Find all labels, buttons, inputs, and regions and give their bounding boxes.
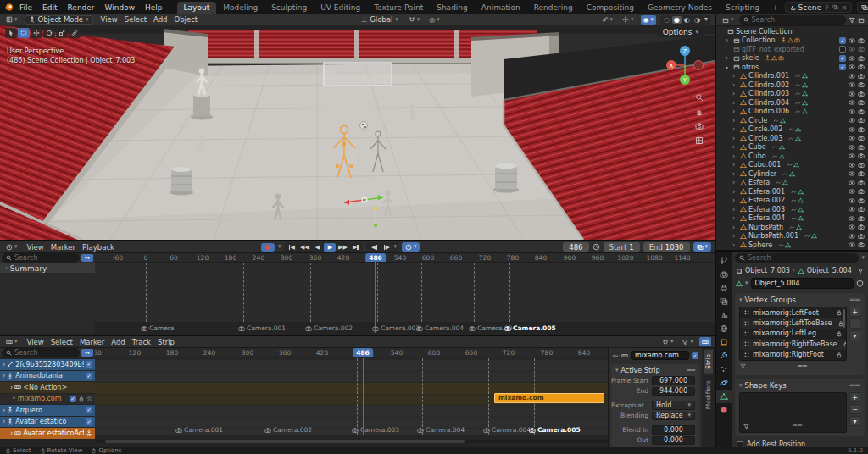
disable-render-icon[interactable] <box>858 197 865 204</box>
outliner-row[interactable]: Collection <box>716 36 868 46</box>
frame-end-field[interactable]: End1030 <box>643 242 690 252</box>
shading-dropdown-icon[interactable]: ▾ <box>703 16 709 23</box>
panel-menu-icon[interactable]: ══ <box>850 296 860 304</box>
keying-dropdown-icon[interactable]: ▾ <box>278 244 281 250</box>
disable-render-icon[interactable] <box>858 180 865 186</box>
auto-key-record-button[interactable] <box>261 243 275 252</box>
filter-toggle-button[interactable]: ↔ <box>81 254 93 262</box>
rendered-shading-icon[interactable]: ◑ <box>693 16 702 24</box>
object-data-icon[interactable] <box>716 390 732 403</box>
outliner-row[interactable]: NurbsPath.001 <box>716 232 868 241</box>
step-dropdown-icon[interactable]: ▾ <box>393 244 397 250</box>
world-icon[interactable] <box>716 322 732 335</box>
camera-marker[interactable]: Camera.004 <box>483 426 531 434</box>
outliner-row[interactable]: otros <box>716 63 868 72</box>
disable-render-icon[interactable] <box>858 144 865 151</box>
extrapolation-dropdown[interactable]: Hold▾ <box>652 401 695 410</box>
track-expand-icon[interactable] <box>10 429 13 437</box>
lock-icon[interactable] <box>843 340 847 347</box>
expand-arrow[interactable] <box>732 81 738 89</box>
expand-arrow[interactable] <box>732 90 738 97</box>
nla-menu-item[interactable]: Marker <box>76 338 108 346</box>
outliner-row[interactable]: Esfera.002 <box>716 197 868 206</box>
disable-render-icon[interactable] <box>858 46 865 53</box>
play-reverse-button[interactable]: ◀ <box>311 243 323 252</box>
toggle-perspective-icon[interactable] <box>695 136 704 145</box>
object-icon[interactable] <box>716 335 732 349</box>
current-frame-badge[interactable]: 486 <box>365 253 386 263</box>
breadcrumb-object[interactable]: Object_7.003 <box>745 267 790 274</box>
fake-user-shield-icon[interactable] <box>856 280 864 287</box>
tweak-tool-icon[interactable] <box>5 28 17 38</box>
expand-arrow[interactable] <box>732 152 738 160</box>
outliner-row[interactable]: Cylinder <box>716 169 868 179</box>
zoom-icon[interactable] <box>695 93 704 102</box>
viewport-3d[interactable]: User Perspective (486) Scene Collection … <box>0 25 715 240</box>
hide-eye-icon[interactable] <box>849 126 855 133</box>
remove-shape-key-button[interactable]: − <box>849 404 860 414</box>
panel-collapse-icon[interactable]: ▾ <box>739 383 743 389</box>
vertex-group-row[interactable]: mixamorig:LeftFoot <box>740 307 846 318</box>
next-keyframe-button[interactable]: ▶▶ <box>337 243 348 252</box>
jump-to-start-button[interactable]: ◀ <box>286 243 298 252</box>
hide-eye-icon[interactable] <box>849 241 855 248</box>
exclude-checkbox[interactable] <box>839 46 846 53</box>
specials-dropdown-button[interactable]: ▾ <box>849 330 860 340</box>
nla-track[interactable]: Avatar estaticoAction ☆ <box>0 428 95 439</box>
lock-icon[interactable] <box>836 309 843 316</box>
viewport-menu-item[interactable]: Add <box>150 15 170 24</box>
camera-view-icon[interactable] <box>695 122 704 130</box>
frame-start-field[interactable]: Start1 <box>604 242 640 252</box>
barrel-left[interactable] <box>170 167 193 196</box>
track-expand-icon[interactable] <box>3 372 5 379</box>
outliner-row[interactable]: Cilindro.004 <box>716 98 868 108</box>
annotate-button[interactable]: ▾ <box>599 15 616 25</box>
outliner-row[interactable]: Cilindro.006 <box>716 108 868 117</box>
expand-arrow[interactable] <box>732 214 738 222</box>
disable-render-icon[interactable] <box>858 55 865 62</box>
strip-name-input[interactable] <box>635 352 685 359</box>
timeline-menu-item[interactable]: View <box>24 243 47 252</box>
disable-render-icon[interactable] <box>858 170 865 177</box>
outliner-row[interactable]: Circle.002 <box>716 125 868 135</box>
play-button[interactable]: ▶ <box>324 243 336 252</box>
outliner-row[interactable]: Esfera.004 <box>716 214 868 224</box>
prev-keyframe-button[interactable]: ◀◀ <box>298 243 310 252</box>
step-forward-button[interactable]: ▶ <box>381 243 392 252</box>
keying-set-button[interactable]: ▾ <box>693 242 712 252</box>
nla-track[interactable]: Animadotania ☆ <box>0 371 95 382</box>
workspace-tab[interactable]: Rendering <box>527 2 580 14</box>
hide-eye-icon[interactable] <box>849 73 855 80</box>
wireframe-shading-icon[interactable]: ◌ <box>662 16 671 24</box>
outliner-row[interactable]: NurbsPath <box>716 223 868 232</box>
mute-checkbox[interactable] <box>86 361 92 368</box>
expand-arrow[interactable] <box>732 206 738 213</box>
workspace-tab[interactable]: Sculpting <box>264 2 314 14</box>
vertex-group-row[interactable]: mixamorig:RightFoot <box>740 350 846 360</box>
measure-tool-icon[interactable] <box>69 28 81 38</box>
summary-channel[interactable]: ›Summary <box>0 263 95 273</box>
camera-marker[interactable]: Camera.001 <box>238 324 286 332</box>
strip-mute-checkbox[interactable]: ✓ <box>692 352 698 359</box>
soccer-ball[interactable] <box>360 122 368 130</box>
data-name-field[interactable] <box>751 278 854 289</box>
outliner-row[interactable]: Circle <box>716 116 868 125</box>
new-scene-icon[interactable] <box>832 4 838 10</box>
physics-icon[interactable] <box>716 376 732 390</box>
expand-arrow[interactable] <box>732 143 738 151</box>
mute-checkbox[interactable] <box>86 373 92 379</box>
hide-eye-icon[interactable] <box>849 215 855 222</box>
rotate-tool-icon[interactable] <box>43 28 55 38</box>
disable-render-icon[interactable] <box>858 241 865 248</box>
hide-eye-icon[interactable] <box>849 46 855 53</box>
viewport-menu-item[interactable]: View <box>97 15 121 24</box>
hide-eye-icon[interactable] <box>849 108 855 115</box>
hide-eye-icon[interactable] <box>849 180 855 186</box>
track-expand-icon[interactable] <box>3 407 5 414</box>
disable-render-icon[interactable] <box>858 91 865 97</box>
blend-in-field[interactable]: 0.000 <box>652 425 695 435</box>
camera-marker[interactable]: Camera.003 <box>352 426 399 434</box>
pin-icon[interactable] <box>824 4 830 10</box>
filter-icon[interactable] <box>743 424 749 429</box>
move-tool-icon[interactable] <box>31 28 42 38</box>
